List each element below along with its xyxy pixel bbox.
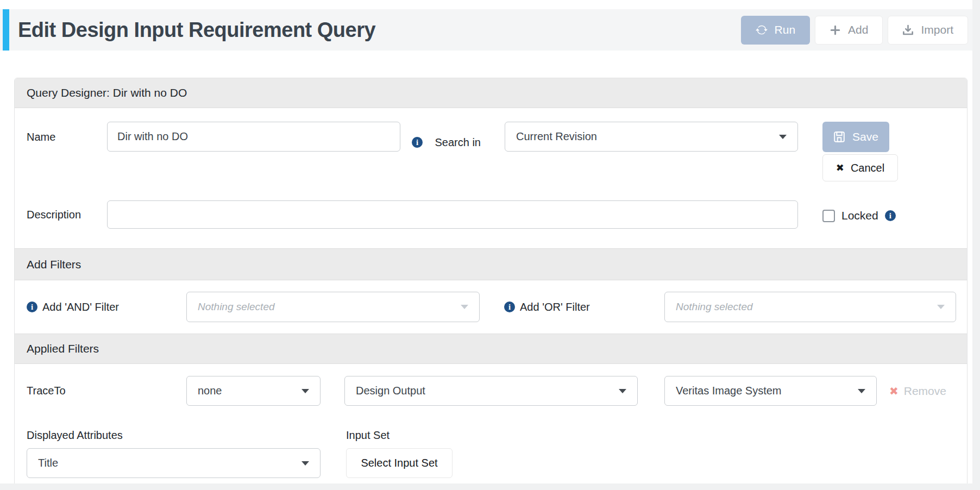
or-filter-select[interactable]: Nothing selected [664, 292, 956, 322]
accent-bar [3, 9, 9, 51]
and-filter-label-group: i Add 'AND' Filter [27, 292, 119, 322]
search-in-selected-value: Current Revision [516, 130, 779, 143]
horizontal-scrollbar[interactable] [0, 483, 980, 490]
name-label: Name [27, 122, 55, 152]
remove-filter-label: Remove [904, 385, 946, 398]
chevron-down-icon [858, 389, 865, 393]
query-designer-section-header: Query Designer: Dir with no DO [15, 78, 967, 108]
x-icon: ✖ [889, 386, 899, 397]
cancel-button-label: Cancel [851, 162, 884, 174]
applied-filters-section-header: Applied Filters [15, 334, 967, 364]
name-input[interactable] [107, 122, 400, 152]
search-in-group: i Search in [412, 126, 481, 159]
cancel-button[interactable]: ✖ Cancel [822, 154, 898, 181]
and-filter-select[interactable]: Nothing selected [186, 292, 480, 322]
applied-filter-name: TraceTo [27, 376, 66, 406]
header-toolbar: Run Add Import [741, 16, 968, 45]
system-selected-value: Veritas Image System [676, 385, 858, 397]
and-filter-label: Add 'AND' Filter [42, 301, 119, 313]
add-filters-section-header: Add Filters [15, 248, 967, 280]
page: Edit Design Input Requirement Query Run [0, 0, 980, 490]
download-icon [902, 24, 914, 36]
remove-filter-button[interactable]: ✖ Remove [889, 376, 946, 406]
vertical-scrollbar[interactable] [972, 0, 980, 490]
add-button-label: Add [848, 23, 868, 36]
floppy-disk-icon [833, 131, 845, 143]
run-button-label: Run [775, 23, 796, 36]
info-icon[interactable]: i [504, 301, 515, 312]
locked-group: Locked i [822, 208, 896, 224]
and-filter-placeholder: Nothing selected [198, 301, 461, 313]
run-button[interactable]: Run [741, 16, 811, 45]
x-icon: ✖ [836, 163, 844, 173]
page-title: Edit Design Input Requirement Query [18, 18, 375, 42]
or-filter-label: Add 'OR' Filter [520, 301, 590, 313]
page-header: Edit Design Input Requirement Query Run [0, 9, 980, 51]
info-icon[interactable]: i [412, 137, 423, 148]
trace-type-select[interactable]: none [186, 376, 321, 406]
import-button-label: Import [921, 23, 953, 36]
or-filter-placeholder: Nothing selected [676, 301, 937, 313]
applied-filters-section-title: Applied Filters [27, 342, 99, 355]
info-icon[interactable]: i [885, 210, 896, 221]
or-filter-label-group: i Add 'OR' Filter [504, 292, 590, 322]
input-set-label: Input Set [346, 427, 390, 443]
trace-type-selected-value: none [198, 385, 301, 397]
locked-label: Locked [841, 209, 878, 222]
description-input[interactable] [107, 200, 798, 229]
target-type-selected-value: Design Output [356, 385, 619, 397]
select-input-set-button-label: Select Input Set [361, 457, 437, 469]
locked-checkbox[interactable] [822, 210, 835, 222]
plus-icon [830, 24, 841, 36]
search-in-select[interactable]: Current Revision [505, 122, 798, 152]
chevron-down-icon [937, 305, 945, 309]
save-button-label: Save [852, 130, 878, 143]
refresh-icon [756, 24, 768, 36]
info-icon[interactable]: i [27, 301, 37, 312]
chevron-down-icon [301, 389, 309, 393]
chevron-down-icon [301, 461, 309, 466]
displayed-attributes-selected-value: Title [38, 457, 301, 469]
save-button[interactable]: Save [822, 122, 889, 152]
select-input-set-button[interactable]: Select Input Set [346, 448, 453, 478]
displayed-attributes-select[interactable]: Title [27, 448, 321, 478]
search-in-label: Search in [426, 135, 481, 149]
target-type-select[interactable]: Design Output [344, 376, 638, 406]
add-filters-section-title: Add Filters [27, 258, 81, 271]
chevron-down-icon [619, 389, 626, 393]
query-designer-panel: Query Designer: Dir with no DO Name i Se… [14, 78, 968, 485]
description-label: Description [27, 200, 81, 229]
add-button[interactable]: Add [815, 16, 883, 45]
chevron-down-icon [461, 305, 468, 309]
displayed-attributes-label: Displayed Attributes [27, 427, 123, 443]
import-button[interactable]: Import [888, 16, 968, 45]
system-select[interactable]: Veritas Image System [664, 376, 877, 406]
chevron-down-icon [779, 135, 787, 139]
query-designer-section-title: Query Designer: Dir with no DO [27, 86, 187, 99]
